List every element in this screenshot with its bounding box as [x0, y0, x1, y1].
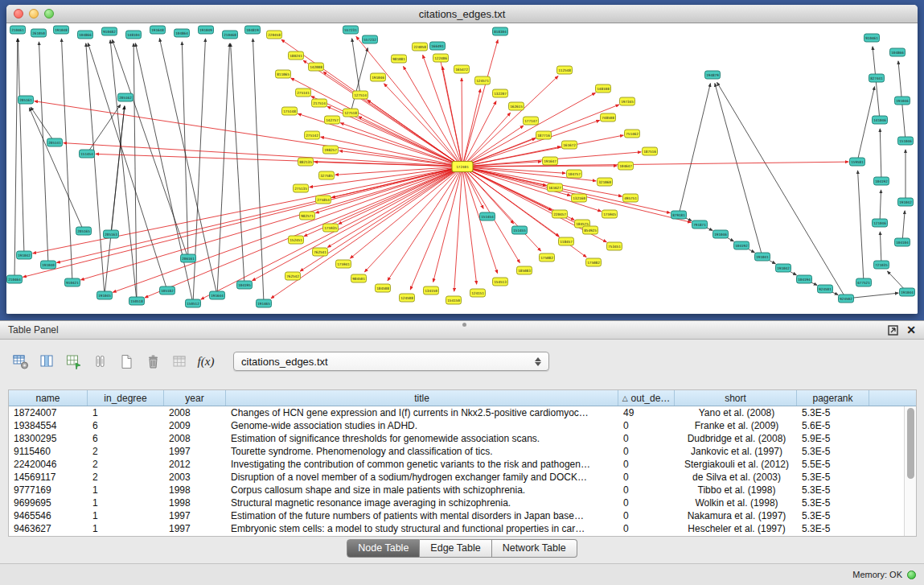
graph-node[interactable]: 172401 — [452, 162, 473, 172]
graph-node[interactable]: 191465 — [257, 299, 272, 307]
graph-node[interactable]: 275854 — [316, 196, 331, 204]
graph-node[interactable]: 185083 — [517, 266, 532, 274]
graph-node[interactable]: 721035 — [874, 261, 889, 269]
graph-node[interactable]: 150512 — [186, 299, 201, 307]
graph-node[interactable]: 104866 — [890, 48, 906, 56]
graph-node[interactable]: 148104 — [126, 31, 142, 39]
graph-node[interactable]: 205165 — [76, 227, 92, 235]
graph-node[interactable]: 910421 — [65, 278, 80, 286]
graph-node[interactable]: 751462 — [625, 130, 640, 138]
window-titlebar[interactable]: citations_edges.txt — [6, 5, 918, 23]
graph-node[interactable]: 205141 — [47, 138, 63, 146]
graph-node[interactable]: 910482 — [102, 27, 117, 35]
graph-node[interactable]: 175945 — [602, 210, 618, 218]
graph-node[interactable]: 104195 — [237, 281, 253, 289]
graph-node[interactable]: 191044 — [900, 288, 915, 296]
graph-node[interactable]: 187716 — [536, 131, 552, 139]
table-row[interactable]: 1872400712008Changes of HCN gene express… — [9, 406, 904, 419]
graph-node[interactable]: 175941 — [336, 260, 351, 268]
graph-node[interactable]: 132207 — [493, 89, 508, 97]
graph-node[interactable]: 191045 — [97, 291, 113, 299]
graph-node[interactable]: 104819 — [245, 26, 261, 34]
graph-node[interactable]: 191042 — [898, 198, 914, 206]
graph-node[interactable]: 220457 — [552, 210, 568, 218]
graph-node[interactable]: 224058 — [413, 43, 428, 51]
graph-node[interactable]: 210461 — [10, 26, 26, 34]
scrollbar-thumb[interactable] — [907, 408, 914, 479]
graph-node[interactable]: 210468 — [223, 31, 238, 39]
table-row[interactable]: 1456911722003Disruption of a novel membe… — [9, 471, 904, 484]
graph-node[interactable]: 882135 — [298, 158, 314, 166]
graph-node[interactable]: 165472 — [454, 65, 470, 73]
graph-node[interactable]: 206161 — [181, 254, 196, 262]
table-row[interactable]: 1938455462009Genome-wide association stu… — [9, 419, 904, 432]
graph-node[interactable]: 184508 — [376, 284, 391, 292]
graph-node[interactable]: 982571 — [300, 212, 315, 220]
graph-node[interactable]: 132160 — [572, 194, 587, 202]
graph-node[interactable]: 191040 — [41, 261, 56, 269]
graph-node[interactable]: 191042 — [776, 264, 791, 272]
table-row[interactable]: 946554611997Estimation of the future num… — [9, 509, 904, 522]
graph-node[interactable]: 910461 — [864, 34, 880, 42]
graph-node[interactable]: 191042 — [17, 251, 32, 259]
graph-node[interactable]: 151046 — [898, 137, 914, 145]
table-row[interactable]: 969969511998Structural magnetic resonanc… — [9, 496, 904, 509]
table-row[interactable]: 911546021997Tourette syndrome. Phenomeno… — [9, 445, 904, 458]
column-header[interactable]: name — [9, 390, 88, 406]
graph-node[interactable]: 151454 — [480, 212, 495, 220]
graph-node[interactable]: 112548 — [557, 66, 573, 74]
table-scrollbar[interactable] — [904, 406, 916, 536]
import-table-icon[interactable] — [169, 351, 190, 372]
graph-node[interactable]: 151454 — [80, 150, 95, 158]
function-builder-button[interactable]: f(x) — [195, 351, 216, 372]
graph-node[interactable]: 154513 — [493, 278, 508, 286]
graph-node[interactable]: 124508 — [400, 294, 415, 302]
graph-node[interactable]: 191647 — [543, 157, 558, 165]
graph-node[interactable]: 180241 — [289, 51, 304, 60]
graph-node[interactable]: 205163 — [104, 230, 119, 238]
graph-node[interactable]: 261050 — [31, 29, 47, 37]
graph-node[interactable]: 175935 — [323, 224, 339, 232]
graph-node[interactable]: 753451 — [607, 242, 622, 250]
tab-edge-table[interactable]: Edge Table — [420, 539, 491, 558]
column-header[interactable]: △out_de… — [618, 390, 675, 406]
graph-node[interactable]: 879181 — [671, 211, 687, 219]
table-row[interactable]: 977716911998Corpus callosum shape and si… — [9, 484, 904, 496]
graph-node[interactable]: 175082 — [540, 253, 555, 262]
graph-node[interactable]: 677521 — [856, 278, 872, 286]
graph-node[interactable]: 198257 — [323, 146, 339, 154]
column-header[interactable]: year — [164, 390, 226, 406]
graph-node[interactable]: 275142 — [305, 131, 320, 139]
graph-node[interactable]: 105182 — [160, 286, 175, 295]
new-column-icon[interactable] — [63, 351, 84, 372]
graph-node[interactable]: 161627 — [548, 183, 563, 192]
graph-node[interactable]: 811065 — [276, 70, 291, 78]
table-source-dropdown[interactable]: citations_edges.txt — [233, 352, 549, 371]
graph-node[interactable]: 177147 — [524, 117, 539, 125]
graph-node[interactable]: 134150 — [424, 286, 439, 295]
graph-node[interactable]: 762541 — [313, 248, 328, 256]
table-row[interactable]: 946362711997Embryonic stem cells: a mode… — [9, 522, 904, 535]
graph-node[interactable]: 924502 — [839, 295, 854, 303]
graph-node[interactable]: 981081 — [392, 55, 407, 63]
graph-node[interactable]: 275141 — [296, 89, 311, 97]
graph-node[interactable]: 187516 — [643, 147, 658, 155]
graph-node[interactable]: 122406 — [433, 54, 449, 62]
column-header[interactable]: in_degree — [88, 390, 164, 406]
graph-node[interactable]: 210464 — [7, 275, 23, 283]
graph-node[interactable]: 175082 — [586, 258, 602, 266]
new-table-icon[interactable] — [116, 351, 137, 372]
graph-node[interactable]: 762542 — [285, 272, 301, 280]
graph-node[interactable]: 321060 — [598, 178, 613, 186]
graph-node[interactable]: 220458 — [267, 31, 282, 39]
graph-node[interactable]: 924501 — [818, 285, 833, 293]
graph-node[interactable]: 191046 — [371, 73, 386, 81]
table-row[interactable]: 2242004622012Investigating the contribut… — [9, 458, 904, 471]
graph-node[interactable]: 118457 — [559, 237, 574, 245]
graph-node[interactable]: 141046 — [873, 116, 888, 124]
graph-node[interactable]: 197345 — [620, 97, 635, 105]
graph-node[interactable]: 104104 — [895, 238, 910, 246]
graph-node[interactable]: 152451 — [289, 236, 304, 244]
graph-node[interactable]: 818304 — [493, 27, 508, 35]
row-tools-icon[interactable] — [89, 351, 110, 372]
